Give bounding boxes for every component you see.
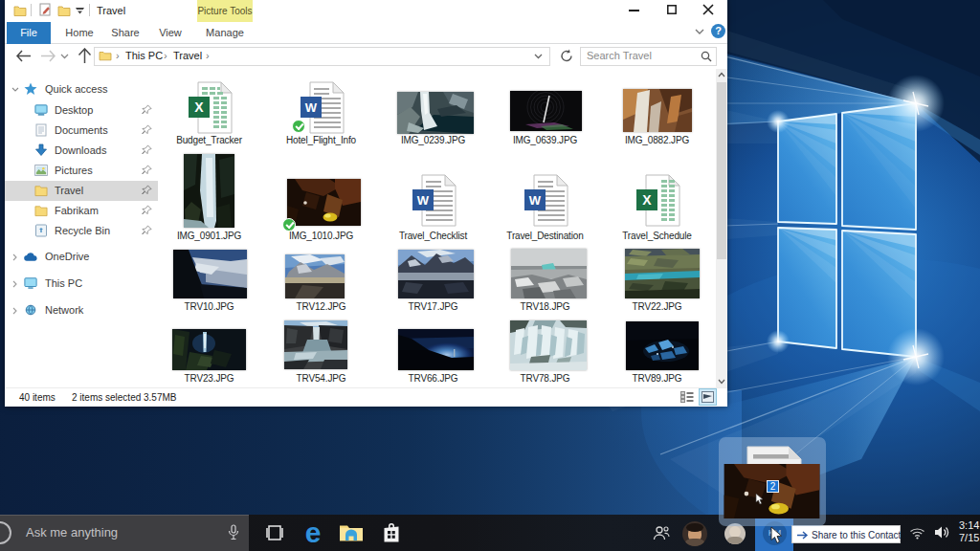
svg-text:W: W xyxy=(529,193,542,208)
svg-text:X: X xyxy=(642,192,652,208)
svg-text:W: W xyxy=(417,193,430,208)
svg-text:X: X xyxy=(194,99,204,115)
svg-text:W: W xyxy=(305,100,318,115)
